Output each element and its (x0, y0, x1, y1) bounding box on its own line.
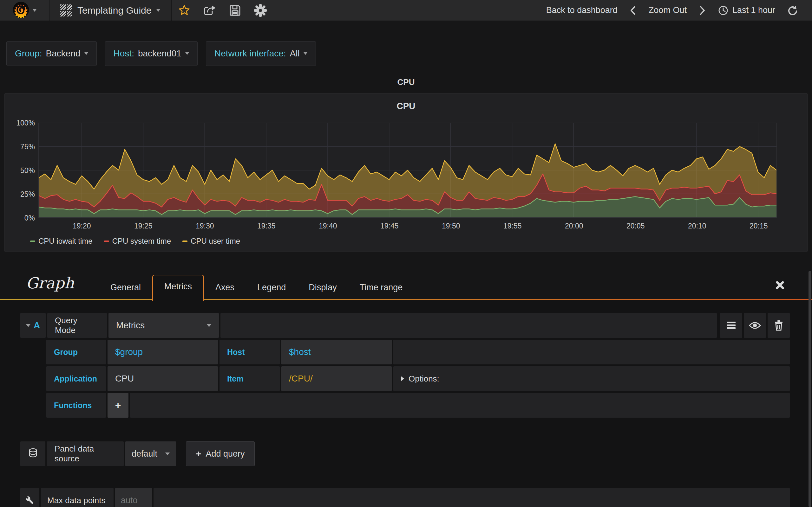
chevron-down-icon (26, 324, 31, 327)
panel-header-title[interactable]: CPU (0, 77, 812, 87)
tab-general[interactable]: General (99, 276, 152, 300)
item-value: /CPU/ (289, 374, 313, 384)
query-menu-button[interactable] (720, 313, 742, 338)
variable-label: Network interface: (214, 49, 286, 59)
datasource-icon-box (20, 441, 45, 466)
group-label: Group (46, 340, 106, 364)
variable-value: Backend (46, 49, 81, 59)
query-collapse-toggle[interactable]: A (20, 313, 46, 338)
chevron-down-icon (165, 452, 170, 455)
tab-metrics[interactable]: Metrics (152, 275, 204, 301)
add-query-label: Add query (206, 449, 245, 459)
add-query-button[interactable]: + Add query (186, 441, 255, 466)
tab-time-range[interactable]: Time range (348, 276, 414, 300)
wrench-icon (24, 495, 35, 506)
chevron-down-icon (156, 9, 160, 12)
time-range-label: Last 1 hour (732, 5, 775, 15)
application-value: CPU (115, 374, 134, 384)
legend-item-user[interactable]: CPU user time (183, 237, 240, 245)
variable-label: Group: (15, 49, 42, 59)
query-row-spacer (220, 313, 717, 338)
datasource-row: Panel data source default + Add query (20, 441, 790, 466)
application-input[interactable]: CPU (107, 366, 218, 391)
options-label: Options: (409, 374, 439, 384)
query-mode-value: Metrics (116, 320, 145, 331)
chevron-down-icon (304, 52, 307, 55)
legend-item-iowait[interactable]: CPU iowait time (30, 237, 93, 245)
star-button[interactable] (171, 0, 197, 21)
query-toggle-visibility-button[interactable] (744, 313, 766, 338)
item-input[interactable]: /CPU/ (281, 366, 392, 391)
editor-tabs: General Metrics Axes Legend Display Time… (99, 275, 414, 300)
add-function-button[interactable]: + (107, 393, 129, 418)
tab-axes[interactable]: Axes (204, 276, 246, 300)
tab-legend[interactable]: Legend (246, 276, 297, 300)
max-data-points-row: Max data points (20, 488, 790, 507)
max-data-points-label: Max data points (41, 488, 113, 507)
item-label: Item (219, 366, 280, 391)
refresh-icon (786, 5, 798, 16)
max-data-points-input[interactable] (115, 488, 152, 507)
save-button[interactable] (222, 0, 248, 21)
query-mode-select[interactable]: Metrics (108, 313, 219, 338)
chart-legend: CPU iowait time CPU system time CPU user… (30, 237, 240, 245)
close-icon (774, 280, 785, 291)
functions-label: Functions (46, 393, 106, 418)
panel-datasource-label: Panel data source (47, 441, 124, 466)
chevron-down-icon (207, 324, 211, 327)
chevron-down-icon (185, 52, 189, 55)
gear-icon (254, 4, 267, 17)
variable-network-interface[interactable]: Network interface: All (206, 41, 316, 66)
legend-item-system[interactable]: CPU system time (104, 237, 171, 245)
dashboard-title-picker[interactable]: Templating Guide (49, 0, 171, 20)
share-icon (203, 4, 216, 17)
group-input[interactable]: $group (107, 340, 218, 364)
query-row-spacer (130, 393, 790, 418)
legend-label: CPU system time (112, 237, 171, 245)
stacked-area-chart (39, 123, 776, 217)
query-delete-button[interactable] (768, 313, 790, 338)
chevron-right-icon (401, 376, 404, 381)
query-row-group-host: Group $group Host $host (46, 340, 790, 364)
datasource-select[interactable]: default (125, 441, 176, 466)
dashboard-grid-icon (60, 4, 72, 16)
tab-display[interactable]: Display (297, 276, 348, 300)
query-row-a: A Query Mode Metrics (20, 313, 790, 338)
legend-swatch (30, 240, 35, 242)
chart-plot-area[interactable]: 0%25%50%75%100% 19:2019:2519:3019:3519:4… (38, 123, 777, 218)
star-icon (178, 4, 191, 17)
metrics-tab-content: A Query Mode Metrics (0, 300, 812, 507)
panel-editor-header: Graph General Metrics Axes Legend Displa… (0, 269, 812, 300)
options-toggle[interactable]: Options: (393, 366, 790, 391)
clock-icon (718, 5, 728, 16)
zoom-out-right-button[interactable] (698, 5, 706, 16)
zoom-out-left-button[interactable] (629, 5, 637, 16)
query-ref-letter: A (34, 320, 40, 331)
settings-button[interactable] (248, 0, 273, 21)
eye-icon (749, 321, 761, 330)
zoom-out-button[interactable]: Zoom Out (649, 5, 687, 15)
query-row-application-item: Application CPU Item /CPU/ Options: (46, 366, 790, 391)
variable-label: Host: (113, 49, 134, 59)
chevron-right-icon (698, 5, 706, 16)
query-row-spacer (393, 340, 790, 364)
time-picker[interactable]: Last 1 hour (718, 5, 775, 16)
variable-value: backend01 (138, 49, 182, 59)
host-input[interactable]: $host (281, 340, 392, 364)
query-row-spacer (154, 488, 790, 507)
scrollbar[interactable] (809, 271, 811, 507)
grafana-menu[interactable] (0, 0, 49, 20)
share-button[interactable] (197, 0, 222, 21)
variable-host[interactable]: Host: backend01 (105, 41, 198, 66)
database-icon (28, 448, 38, 459)
back-to-dashboard-link[interactable]: Back to dashboard (546, 5, 618, 15)
template-variables: Group: Backend Host: backend01 Network i… (6, 41, 316, 66)
variable-value: All (290, 49, 300, 59)
close-editor-button[interactable] (774, 280, 785, 292)
legend-label: CPU user time (191, 237, 240, 245)
grafana-logo-icon (12, 1, 30, 20)
group-value: $group (115, 347, 143, 357)
panel-type-label: Graph (26, 274, 74, 292)
refresh-button[interactable] (786, 5, 798, 16)
variable-group[interactable]: Group: Backend (6, 41, 97, 66)
